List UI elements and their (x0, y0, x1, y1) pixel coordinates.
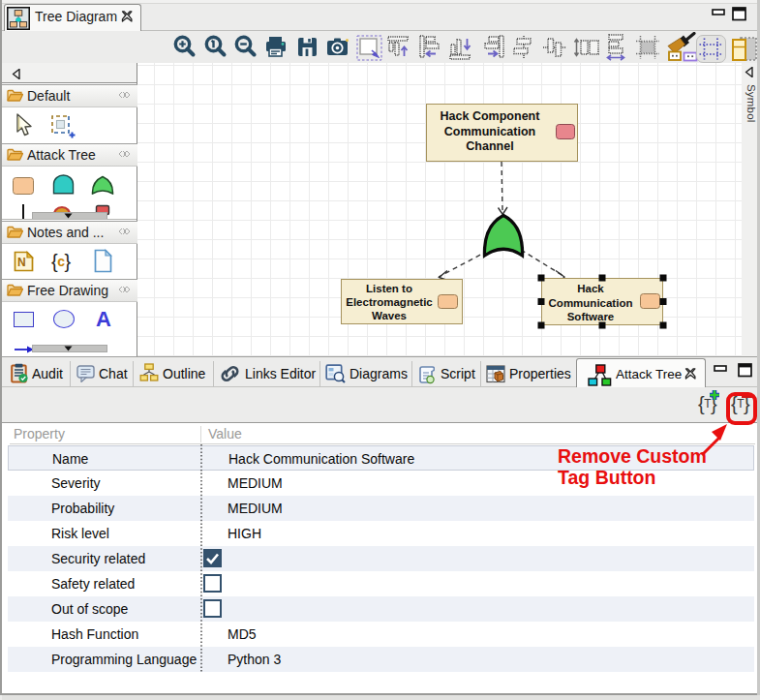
svg-text:N: N (17, 256, 26, 269)
